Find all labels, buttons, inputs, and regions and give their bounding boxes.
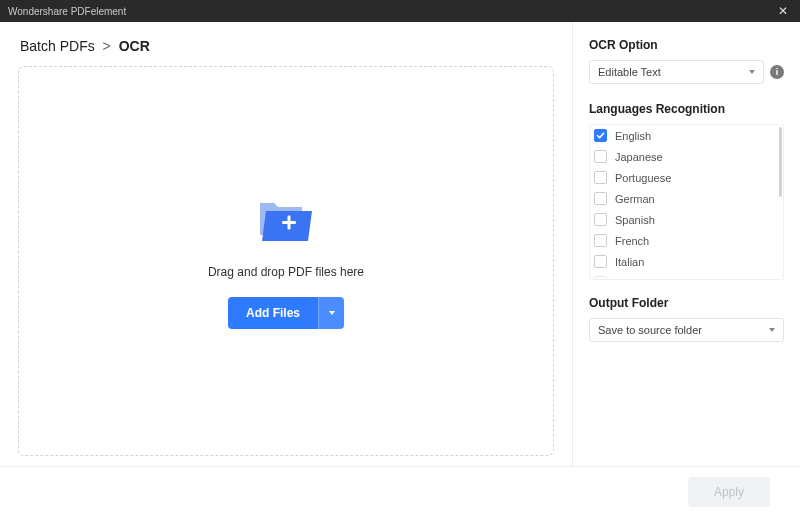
app-name: Wondershare PDFelement [8, 6, 126, 17]
checkbox[interactable] [594, 150, 607, 163]
language-label: Japanese [615, 151, 663, 163]
add-folder-icon [254, 193, 318, 249]
output-folder-value: Save to source folder [598, 324, 702, 336]
breadcrumb-separator: > [103, 38, 111, 54]
language-item[interactable]: English [590, 125, 783, 146]
dropzone[interactable]: Drag and drop PDF files here Add Files [18, 66, 554, 456]
language-label: Portuguese [615, 172, 671, 184]
checkbox[interactable] [594, 255, 607, 268]
content-area: Batch PDFs > OCR Drag and drop PDF files… [0, 22, 800, 466]
breadcrumb-current: OCR [119, 38, 150, 54]
language-label: English [615, 130, 651, 142]
language-item[interactable]: Italian [590, 251, 783, 272]
language-label: French [615, 235, 649, 247]
checkbox[interactable] [594, 171, 607, 184]
language-label: Chinese Traditional [615, 277, 709, 281]
languages-list: EnglishJapanesePortugueseGermanSpanishFr… [589, 124, 784, 280]
language-item[interactable]: Japanese [590, 146, 783, 167]
chevron-down-icon [769, 328, 775, 332]
languages-title: Languages Recognition [589, 102, 784, 116]
apply-button[interactable]: Apply [688, 477, 770, 507]
add-files-dropdown[interactable] [318, 297, 344, 329]
language-item[interactable]: French [590, 230, 783, 251]
add-files-group: Add Files [228, 297, 344, 329]
language-item[interactable]: German [590, 188, 783, 209]
add-files-button[interactable]: Add Files [228, 297, 318, 329]
language-item[interactable]: Portuguese [590, 167, 783, 188]
info-icon[interactable]: i [770, 65, 784, 79]
footer: Apply [0, 466, 800, 516]
titlebar: Wondershare PDFelement ✕ [0, 0, 800, 22]
dropzone-hint: Drag and drop PDF files here [208, 265, 364, 279]
breadcrumb: Batch PDFs > OCR [18, 38, 554, 54]
language-label: Spanish [615, 214, 655, 226]
language-label: Italian [615, 256, 644, 268]
breadcrumb-parent[interactable]: Batch PDFs [20, 38, 95, 54]
language-item[interactable]: Spanish [590, 209, 783, 230]
language-item[interactable]: Chinese Traditional [590, 272, 783, 280]
svg-rect-1 [288, 216, 291, 230]
scrollbar[interactable] [779, 127, 782, 197]
ocr-option-value: Editable Text [598, 66, 661, 78]
close-icon[interactable]: ✕ [774, 4, 792, 18]
chevron-down-icon [329, 311, 335, 315]
checkbox[interactable] [594, 213, 607, 226]
chevron-down-icon [749, 70, 755, 74]
checkbox[interactable] [594, 234, 607, 247]
language-label: German [615, 193, 655, 205]
checkbox[interactable] [594, 129, 607, 142]
right-panel: OCR Option Editable Text i Languages Rec… [572, 22, 800, 466]
output-folder-select[interactable]: Save to source folder [589, 318, 784, 342]
output-folder-title: Output Folder [589, 296, 784, 310]
ocr-option-title: OCR Option [589, 38, 784, 52]
checkbox[interactable] [594, 276, 607, 280]
ocr-option-select[interactable]: Editable Text [589, 60, 764, 84]
checkbox[interactable] [594, 192, 607, 205]
left-panel: Batch PDFs > OCR Drag and drop PDF files… [0, 22, 572, 466]
